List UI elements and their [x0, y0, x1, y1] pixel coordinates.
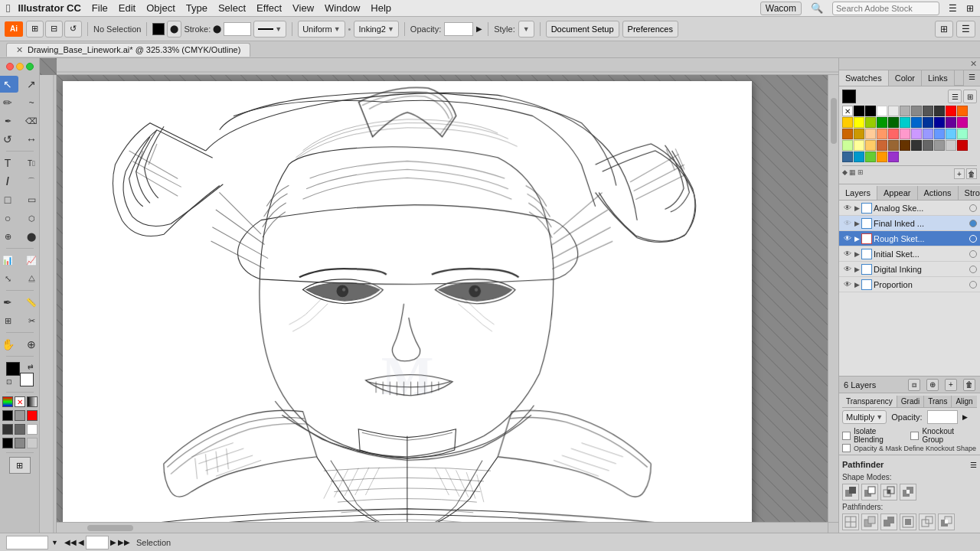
swatch-color-46[interactable] — [888, 152, 899, 162]
pathfinder-minus-back-btn[interactable] — [938, 514, 955, 530]
color-btn[interactable] — [2, 396, 13, 407]
wacom-label[interactable]: Wacom — [760, 2, 802, 15]
swatch-color-21[interactable] — [854, 129, 864, 139]
swatch-color-18[interactable] — [946, 117, 956, 128]
reflect-tool[interactable]: ↔ — [21, 131, 40, 148]
eyedropper-tool[interactable]: ✒ — [0, 294, 18, 311]
next-page-step-btn[interactable]: ▶ — [110, 538, 116, 546]
swatch-color-5[interactable] — [923, 106, 933, 116]
menu-item-select[interactable]: Select — [218, 2, 246, 14]
zoom-input[interactable]: 325.33% — [6, 536, 48, 549]
tab-layers[interactable]: Layers — [839, 186, 877, 200]
layer-target-rough[interactable] — [969, 235, 977, 243]
swatch-color-20[interactable] — [842, 129, 853, 139]
swatch-color-19[interactable] — [957, 117, 968, 128]
v-scrollbar[interactable] — [828, 75, 838, 522]
opacity-input-trans[interactable]: 35% — [927, 410, 958, 424]
layers-delete-btn[interactable]: 🗑 — [963, 379, 975, 391]
polygon-tool[interactable]: ⬡ — [21, 210, 40, 227]
swatch-color-40[interactable] — [946, 140, 956, 151]
swatch-color-6[interactable] — [934, 106, 945, 116]
swatch-color-43[interactable] — [854, 152, 864, 162]
style-dropdown[interactable]: ▼ — [518, 21, 534, 37]
h-scrollbar[interactable] — [57, 522, 838, 533]
layer-expand-initial[interactable]: ▶ — [854, 250, 860, 258]
layers-new-sublayer-btn[interactable]: ⊕ — [926, 379, 939, 391]
swatch-grid-view-btn[interactable]: ⊞ — [963, 90, 977, 103]
column-graph-tool[interactable]: 📈 — [21, 252, 40, 269]
none-btn[interactable]: ✕ — [15, 396, 25, 407]
pathfinder-intersect-btn[interactable] — [880, 484, 897, 500]
swatch-color-3[interactable] — [900, 106, 910, 116]
menu-item-edit[interactable]: Edit — [119, 2, 136, 14]
menu-item-effect[interactable]: Effect — [256, 2, 282, 14]
swatch-color-44[interactable] — [865, 152, 876, 162]
menu-item-file[interactable]: File — [92, 2, 108, 14]
ellipse-tool[interactable]: ○ — [0, 210, 18, 227]
swatch-color-35[interactable] — [888, 140, 899, 151]
next-page-btn[interactable]: ▶▶ — [118, 538, 130, 546]
layer-visibility-final[interactable]: 👁 — [842, 218, 853, 229]
swatch-3[interactable] — [27, 410, 38, 421]
swatch-list-view-btn[interactable]: ☰ — [948, 90, 962, 103]
panel-options-btn[interactable]: ☰ — [963, 70, 980, 86]
tab-transform[interactable]: Trans — [924, 396, 952, 407]
layer-visibility-rough[interactable]: 👁 — [842, 233, 853, 244]
swatch-7[interactable] — [2, 438, 13, 448]
blend-mode-dropdown[interactable]: Multiply ▼ — [842, 410, 887, 424]
area-type-tool[interactable]: T⃞ — [21, 155, 40, 171]
preferences-button[interactable]: Preferences — [622, 21, 678, 37]
swatch-color-34[interactable] — [877, 140, 887, 151]
swatch-color-0[interactable] — [865, 106, 876, 116]
tab-appearance[interactable]: Appear — [877, 186, 917, 200]
document-tab[interactable]: ✕ Drawing_Base_Linework.ai* @ 325.33% (C… — [6, 43, 250, 57]
swatch-delete-btn[interactable]: 🗑 — [966, 168, 977, 179]
rotate-tool[interactable]: ↺ — [0, 131, 18, 148]
swatch-color-32[interactable] — [854, 140, 864, 151]
pathfinder-unite-btn[interactable] — [842, 484, 859, 500]
layer-target-analog[interactable] — [969, 204, 977, 212]
selection-tool[interactable]: ↖ — [0, 76, 18, 93]
swatch-1[interactable] — [2, 410, 13, 421]
stroke-swatch[interactable] — [152, 23, 165, 35]
fill-color-box[interactable] — [6, 362, 20, 376]
swatch-none[interactable]: ✕ — [842, 106, 853, 116]
stroke-toggle[interactable]: ⬤ — [167, 21, 181, 37]
swatch-color-27[interactable] — [923, 129, 933, 139]
layer-row-digital-inking[interactable]: 👁 ▶ Digital Inking — [839, 262, 980, 277]
swatch-color-31[interactable] — [842, 140, 853, 151]
layer-expand-final[interactable]: ▶ — [854, 220, 860, 227]
opacity-expand-arrow[interactable]: ▶ — [476, 24, 482, 33]
swatch-color-2[interactable] — [888, 106, 899, 116]
swatch-color-30[interactable] — [957, 129, 968, 139]
live-paint-tool[interactable]: ⬤ — [21, 228, 40, 245]
zoom-tool[interactable]: ⊕ — [21, 336, 40, 353]
menu-item-window[interactable]: Window — [325, 2, 360, 14]
isolate-blending-checkbox[interactable] — [842, 432, 851, 440]
swatch-color-38[interactable] — [923, 140, 933, 151]
layer-visibility-digital[interactable]: 👁 — [842, 264, 853, 275]
swatch-6[interactable] — [27, 424, 38, 435]
direct-selection-tool[interactable]: ↗ — [21, 76, 40, 93]
tab-swatches[interactable]: Swatches — [839, 70, 889, 86]
page-input[interactable]: 1 — [86, 536, 109, 549]
layer-target-final[interactable] — [969, 220, 977, 227]
blob-brush-tool[interactable]: ✒ — [0, 112, 18, 129]
tab-color[interactable]: Color — [889, 70, 922, 86]
swatch-8[interactable] — [15, 438, 25, 448]
canvas-area[interactable]: /* ruler marks rendered inline */ — [40, 58, 838, 533]
swatch-color-37[interactable] — [911, 140, 922, 151]
scale-tool[interactable]: ⤡ — [0, 270, 18, 287]
layer-expand-proportion[interactable]: ▶ — [854, 281, 860, 289]
path-eraser-tool[interactable]: ⌫ — [21, 112, 40, 129]
layer-expand-rough[interactable]: ▶ — [854, 235, 860, 243]
panel-close-icon[interactable]: ✕ — [970, 59, 977, 69]
tab-gradient[interactable]: Gradi — [897, 396, 924, 407]
swatch-color-4[interactable] — [911, 106, 922, 116]
artboard-widget[interactable]: ⊞ — [9, 457, 31, 474]
knockout-group-checkbox[interactable] — [910, 432, 919, 440]
swatch-5[interactable] — [15, 424, 25, 435]
swatch-color-42[interactable] — [842, 152, 853, 162]
layer-visibility-proportion[interactable]: 👁 — [842, 279, 853, 290]
type-tool[interactable]: T — [0, 155, 18, 171]
